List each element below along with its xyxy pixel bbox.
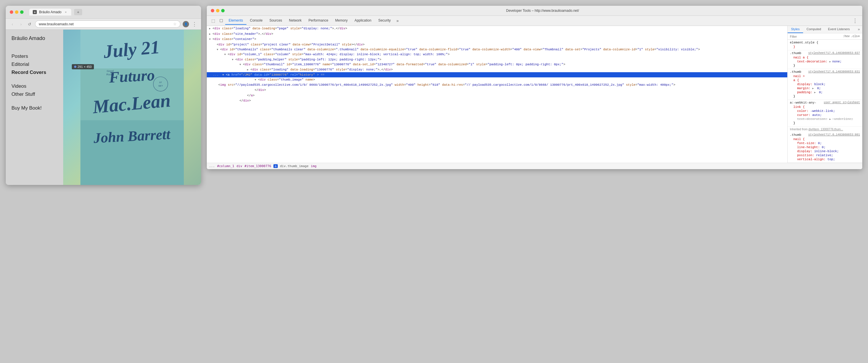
style-prop-line: display: block; xyxy=(790,82,860,86)
style-source[interactable]: stylesheet?17.0…1483860653:837 xyxy=(808,52,860,55)
style-selector: .thumb stylesheet?17.0…1483860653:837 xyxy=(790,52,860,55)
inherited-source-link[interactable]: div#item_13000776.thum... xyxy=(808,128,843,131)
elements-line[interactable]: ▼<div class="thumb_image" name> xyxy=(207,77,787,82)
tab-security[interactable]: Security xyxy=(375,17,394,25)
elements-line[interactable]: ▼<div class="thumbnail" id="item_1300077… xyxy=(207,62,787,67)
styles-filter-bar: :hov .cls + xyxy=(787,33,862,40)
url-text: www.braulioamado.net xyxy=(39,22,172,26)
elements-breadcrumb-bar: ... #column_1 div #item_13000776 a div.t… xyxy=(207,163,862,169)
tab-memory[interactable]: Memory xyxy=(332,17,351,25)
tab-elements[interactable]: Elements xyxy=(225,17,246,25)
profile-icon[interactable]: 👤 xyxy=(183,21,189,27)
elements-line[interactable]: <img src="//payload535.cargocollective.c… xyxy=(207,83,787,87)
styles-tab-styles[interactable]: Styles xyxy=(787,26,803,33)
selector-text: a:-webkit-any- xyxy=(790,101,816,104)
elements-panel[interactable]: ▶<div class="loading" data-loading="page… xyxy=(207,26,787,163)
tab-network[interactable]: Network xyxy=(285,17,305,25)
devtools-minimize-button[interactable] xyxy=(216,9,219,12)
style-prop-line: display: inline-block; xyxy=(790,149,860,153)
elements-line[interactable]: ▼<div id="column_1" class="column" style… xyxy=(207,52,787,57)
style-prop-close: } xyxy=(790,121,860,125)
address-bar[interactable]: www.braulioamado.net ☆ xyxy=(35,21,180,28)
selector-text: .thumb xyxy=(790,70,801,74)
breadcrumb-div-thumb[interactable]: div.thumb_image xyxy=(280,164,308,168)
bookmark-icon[interactable]: ☆ xyxy=(173,22,177,26)
inspect-element-button[interactable]: ⬚ xyxy=(209,16,217,25)
add-style-rule-button[interactable]: + xyxy=(858,34,860,38)
styles-tab-event-listeners[interactable]: Event Listeners xyxy=(825,26,854,33)
elements-line[interactable]: ▼<div class="padding_helper" style="padd… xyxy=(207,57,787,62)
elements-line[interactable]: ▶<div class="loading" data-loading="page… xyxy=(207,26,787,31)
more-tabs-button[interactable]: » xyxy=(394,17,401,25)
nav-item-editorial[interactable]: Editorial xyxy=(11,61,57,68)
elements-line[interactable]: <div id="project" class="project clear" … xyxy=(207,42,787,48)
devtools-options-button[interactable]: ⋮ xyxy=(850,16,860,26)
nav-item-videos[interactable]: Videos xyxy=(11,83,57,90)
nav-item-other-stuff[interactable]: Other Stuff xyxy=(11,91,57,98)
styles-tabs: Styles Computed Event Listeners » xyxy=(787,26,862,33)
elements-line[interactable]: </div> xyxy=(207,98,787,104)
breadcrumb-div[interactable]: div xyxy=(237,164,242,168)
forward-button[interactable]: › xyxy=(18,21,24,27)
elements-line[interactable]: </div> xyxy=(207,87,787,93)
styles-more-button[interactable]: » xyxy=(855,26,862,33)
close-button[interactable] xyxy=(10,10,13,14)
new-tab-button[interactable]: + xyxy=(74,9,82,15)
selector-text: .thumb xyxy=(790,52,801,55)
site-title: Bráulio Amado xyxy=(11,35,57,41)
styles-filter-input[interactable] xyxy=(790,35,843,38)
devtools-close-button[interactable] xyxy=(211,9,214,12)
selected-elements-line[interactable]: ... ▼<a href="/JM2" data-id="13000776" r… xyxy=(207,72,787,78)
maximize-button[interactable] xyxy=(20,10,24,14)
style-prop-line: cursor: auto; xyxy=(790,113,860,117)
style-prop-line: } xyxy=(790,45,860,49)
browser-tab[interactable]: a Bráulio Amado × xyxy=(29,9,71,16)
style-selector: .thumb stylesheet?17.0…1483860653:831 xyxy=(790,70,860,74)
style-prop-line: text-decoration: ▶none; xyxy=(790,59,860,63)
style-prop-close: } xyxy=(790,63,860,67)
tab-console[interactable]: Console xyxy=(246,17,266,25)
style-source[interactable]: stylesheet?17.0…1483860653:801 xyxy=(808,133,860,136)
browser-content: Bráulio Amado Posters Editorial Record C… xyxy=(6,30,201,185)
filter-hov-button[interactable]: :hov xyxy=(843,35,849,38)
tab-close-button[interactable]: × xyxy=(64,10,68,14)
style-prop-line: padding: ▶ 0; xyxy=(790,90,860,94)
tab-sources[interactable]: Sources xyxy=(266,17,285,25)
nav-item-buy-book[interactable]: Buy My Book! xyxy=(11,105,57,112)
nav-item-posters[interactable]: Posters xyxy=(11,53,57,60)
elements-line[interactable]: ▶<div class="loading" data-loading="1300… xyxy=(207,67,787,72)
breadcrumb-img[interactable]: img xyxy=(311,164,316,168)
device-toolbar-button[interactable]: ☐ xyxy=(217,16,225,25)
elements-line[interactable]: ▼<div id="thumbnails" class="thumbnails … xyxy=(207,47,787,52)
selector-text: .thumb xyxy=(790,133,801,137)
tab-performance[interactable]: Performance xyxy=(305,17,332,25)
tab-favicon: a xyxy=(33,10,37,14)
style-prop-line: color: -webkit-link; xyxy=(790,109,860,113)
minimize-button[interactable] xyxy=(15,10,19,14)
styles-tab-computed[interactable]: Computed xyxy=(803,26,825,33)
style-rule-ua: a:-webkit-any- user agent stylesheet lin… xyxy=(787,100,862,127)
breadcrumb-ellipsis[interactable]: ... xyxy=(209,164,215,168)
browser-more-button[interactable]: ⋮ xyxy=(191,21,197,27)
style-source[interactable]: stylesheet?17.0…1483860653:831 xyxy=(808,70,860,73)
styles-panel: Styles Computed Event Listeners » :hov .… xyxy=(787,26,862,163)
breadcrumb-item13000776[interactable]: #item_13000776 xyxy=(244,164,271,168)
tab-application[interactable]: Application xyxy=(351,17,375,25)
breadcrumb-column1[interactable]: #column_1 xyxy=(217,164,235,168)
breadcrumb-a-selected[interactable]: a xyxy=(273,164,278,168)
devtools-maximize-button[interactable] xyxy=(221,9,225,12)
style-prop-line: margin: ▶ 0; xyxy=(790,86,860,90)
style-prop-line: font-size: 0; xyxy=(790,141,860,145)
svg-text:SET: SET xyxy=(158,85,163,87)
elements-line[interactable]: ▼<div class="container"> xyxy=(207,36,787,42)
elements-line[interactable]: ▶<div class="site_header">…</div> xyxy=(207,31,787,37)
site-main-content: 291 × 450 July 21 Futuro Mac.Lean John B… xyxy=(63,30,201,185)
back-button[interactable]: ‹ xyxy=(9,21,16,27)
nav-item-record-covers[interactable]: Record Covers xyxy=(11,69,57,76)
elements-line[interactable]: </a> xyxy=(207,93,787,99)
svg-text:Good: Good xyxy=(106,69,114,73)
refresh-button[interactable]: ↺ xyxy=(26,21,33,27)
filter-cls-button[interactable]: .cls xyxy=(851,35,858,38)
browser-window: a Bráulio Amado × + ‹ › ↺ www.braulioama… xyxy=(6,6,201,185)
style-prop-line: link { xyxy=(790,105,860,109)
